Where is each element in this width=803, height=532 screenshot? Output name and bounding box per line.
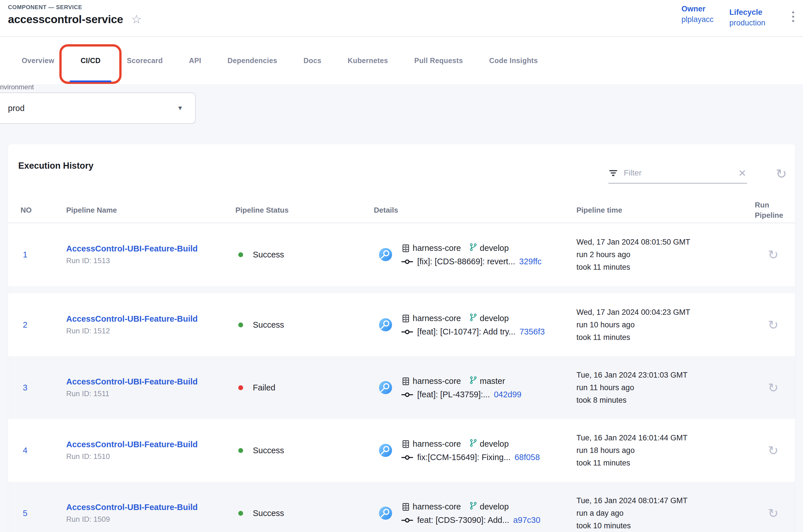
row-number: 4 <box>8 446 27 455</box>
pipeline-time-ago: run 11 hours ago <box>576 383 755 393</box>
status-label: Success <box>253 320 284 330</box>
cicd-content: nvironment prod ▼ Execution History × ↺ … <box>0 85 803 532</box>
row-number: 5 <box>8 509 27 518</box>
pipeline-time-ago: run 10 hours ago <box>576 320 755 330</box>
commit-message: fix:[CCM-15649]: Fixing... <box>417 453 511 462</box>
commit-message: [fix]: [CDS-88669]: revert... <box>417 257 515 266</box>
commit-hash-link[interactable]: a97c30 <box>513 515 540 525</box>
environment-selected-value: prod <box>0 103 24 113</box>
repo-name: harness-core <box>413 314 461 323</box>
git-branch-icon <box>469 439 477 449</box>
filter-bar: × <box>608 168 747 184</box>
commit-hash-link[interactable]: 7356f3 <box>519 327 545 337</box>
status-dot <box>238 252 243 257</box>
tab-dependencies[interactable]: Dependencies <box>214 37 290 84</box>
git-branch-icon <box>469 376 477 386</box>
tab-label: Dependencies <box>227 57 277 65</box>
table-row: 1 AccessControl-UBI-Feature-Build Run ID… <box>8 223 795 286</box>
refresh-icon[interactable]: ↺ <box>774 166 789 181</box>
lifecycle-value: production <box>729 19 765 27</box>
lifecycle-block: Lifecycle production <box>729 8 765 27</box>
branch-name: develop <box>480 502 509 511</box>
tab-overview[interactable]: Overview <box>8 37 68 84</box>
favorite-star-icon[interactable]: ☆ <box>131 14 142 25</box>
git-commit-icon <box>401 328 413 336</box>
environment-select[interactable]: prod ▼ <box>0 93 196 124</box>
card-title: Execution History <box>18 161 94 171</box>
column-header-pipeline-time: Pipeline time <box>576 205 755 215</box>
pipeline-name-link[interactable]: AccessControl-UBI-Feature-Build <box>66 440 235 449</box>
pipeline-name-link[interactable]: AccessControl-UBI-Feature-Build <box>66 244 235 253</box>
pipeline-name-link[interactable]: AccessControl-UBI-Feature-Build <box>66 314 235 324</box>
table-row: 3 AccessControl-UBI-Feature-Build Run ID… <box>8 356 795 419</box>
repository-icon <box>401 502 410 511</box>
commit-hash-link[interactable]: 042d99 <box>494 390 522 399</box>
component-header: COMPONENT — SERVICE accesscontrol-servic… <box>0 0 803 37</box>
ci-module-icon[interactable] <box>378 318 393 332</box>
table-row: 5 AccessControl-UBI-Feature-Build Run ID… <box>8 482 795 532</box>
tab-label: Pull Requests <box>414 57 463 65</box>
repository-icon <box>401 377 410 386</box>
pipeline-time-ago: run 2 hours ago <box>576 250 755 260</box>
ci-module-icon[interactable] <box>378 443 393 457</box>
table-body: 1 AccessControl-UBI-Feature-Build Run ID… <box>8 223 795 532</box>
rerun-pipeline-icon[interactable]: ↺ <box>768 380 779 395</box>
ci-module-icon[interactable] <box>378 506 393 520</box>
pipeline-time-took: took 11 minutes <box>576 332 755 342</box>
status-label: Success <box>253 250 284 260</box>
pipeline-time-gmt: Tue, 16 Jan 2024 23:01:03 GMT <box>576 370 755 380</box>
status-label: Failed <box>253 383 275 393</box>
pipeline-name-link[interactable]: AccessControl-UBI-Feature-Build <box>66 502 235 512</box>
commit-hash-link[interactable]: 329ffc <box>519 257 541 266</box>
tab-code-insights[interactable]: Code Insights <box>476 37 551 84</box>
column-header-run-pipeline: Run Pipeline <box>755 200 792 220</box>
commit-hash-link[interactable]: 68f058 <box>515 453 540 462</box>
tab-docs[interactable]: Docs <box>290 37 335 84</box>
rerun-pipeline-icon[interactable]: ↺ <box>768 506 779 520</box>
repository-icon <box>401 244 410 253</box>
rerun-pipeline-icon[interactable]: ↺ <box>768 318 779 332</box>
tab-label: CI/CD <box>80 57 100 65</box>
tab-label: Code Insights <box>489 57 538 65</box>
pipeline-time-took: took 11 minutes <box>576 262 755 272</box>
status-dot <box>238 323 243 327</box>
rerun-pipeline-icon[interactable]: ↺ <box>768 247 779 262</box>
tab-label: Kubernetes <box>348 57 388 65</box>
commit-message: feat: [CDS-73090]: Add... <box>417 515 509 525</box>
pipeline-name-link[interactable]: AccessControl-UBI-Feature-Build <box>66 377 235 386</box>
details-lines: harness-core develop <box>401 501 540 525</box>
ci-module-icon[interactable] <box>378 380 393 395</box>
environment-label: nvironment <box>0 83 34 91</box>
tab-label: Overview <box>22 57 54 65</box>
filter-input[interactable] <box>623 168 732 178</box>
git-commit-icon <box>401 391 413 398</box>
table-header: NO Pipeline Name Pipeline Status Details… <box>8 197 795 223</box>
ci-module-icon[interactable] <box>378 247 393 262</box>
tab-api[interactable]: API <box>176 37 214 84</box>
status-label: Success <box>253 446 284 455</box>
column-header-pipeline-status: Pipeline Status <box>235 205 374 215</box>
table-row: 2 AccessControl-UBI-Feature-Build Run ID… <box>8 293 795 356</box>
pipeline-time-took: took 8 minutes <box>576 395 755 405</box>
tab-kubernetes[interactable]: Kubernetes <box>334 37 401 84</box>
column-header-pipeline-name: Pipeline Name <box>66 205 235 215</box>
clear-filter-icon[interactable]: × <box>738 169 747 177</box>
git-branch-icon <box>469 313 477 324</box>
branch-name: master <box>480 377 505 386</box>
owner-link[interactable]: plplayacc <box>682 15 714 24</box>
column-header-details: Details <box>374 205 576 215</box>
status-dot <box>238 385 243 390</box>
rerun-pipeline-icon[interactable]: ↺ <box>768 443 779 458</box>
tab-ci-cd[interactable]: CI/CD <box>68 37 114 84</box>
more-options-kebab-icon[interactable] <box>792 12 794 22</box>
details-lines: harness-core develop <box>401 243 542 266</box>
chevron-down-icon: ▼ <box>177 104 183 112</box>
tab-scorecard[interactable]: Scorecard <box>114 37 176 84</box>
lifecycle-label: Lifecycle <box>729 8 765 17</box>
pipeline-time-gmt: Tue, 16 Jan 2024 08:01:47 GMT <box>576 496 755 506</box>
tab-pull-requests[interactable]: Pull Requests <box>401 37 476 84</box>
tab-bar: OverviewCI/CDScorecardAPIDependenciesDoc… <box>0 37 803 84</box>
run-id: Run ID: 1513 <box>66 256 235 265</box>
column-header-no: NO <box>8 205 66 215</box>
repo-name: harness-core <box>413 439 461 449</box>
